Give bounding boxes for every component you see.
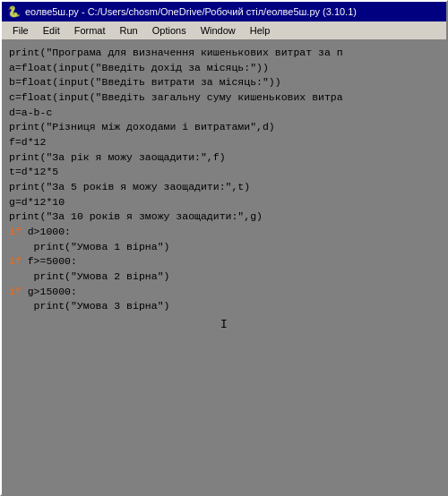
code-line: print("Умова 2 вірна") bbox=[9, 269, 439, 285]
code-line: f=d*12 bbox=[9, 135, 439, 150]
title-bar-text: еолве5ш.py - C:/Users/chosm/OneDrive/Роб… bbox=[25, 6, 441, 17]
code-line: c=float(input("Введіть загальну суму киш… bbox=[9, 90, 439, 106]
code-line: print("За рік я можу заощадити:",f) bbox=[9, 150, 439, 166]
menu-edit[interactable]: Edit bbox=[36, 23, 67, 38]
code-line: b=float(input("Введіть витрати за місяць… bbox=[9, 75, 439, 90]
code-line: if g>15000: bbox=[9, 285, 439, 300]
menu-options[interactable]: Options bbox=[145, 23, 194, 38]
menu-file[interactable]: File bbox=[5, 23, 36, 38]
cursor-area: I bbox=[9, 314, 439, 335]
menu-format[interactable]: Format bbox=[67, 23, 113, 38]
code-line: if f>=5000: bbox=[9, 254, 439, 269]
code-line: print("За 10 років я зможу заощадити:",g… bbox=[9, 210, 439, 225]
code-line: print("Різниця між доходами і витратами"… bbox=[9, 120, 439, 135]
title-bar: 🐍 еолве5ш.py - C:/Users/chosm/OneDrive/Р… bbox=[2, 2, 446, 21]
app-icon: 🐍 bbox=[7, 5, 20, 18]
code-line: g=d*12*10 bbox=[9, 195, 439, 210]
code-line: a=float(input("Введіть дохід за місяць:"… bbox=[9, 61, 439, 76]
code-content: print("Програма для визначення кишеньков… bbox=[9, 46, 439, 314]
main-window: 🐍 еолве5ш.py - C:/Users/chosm/OneDrive/Р… bbox=[0, 0, 448, 496]
code-line: t=d*12*5 bbox=[9, 165, 439, 180]
text-cursor: I bbox=[220, 318, 228, 331]
code-line: print("Умова 1 вірна") bbox=[9, 240, 439, 255]
code-line: d=a-b-c bbox=[9, 106, 439, 121]
code-line: print("За 5 років я можу заощадити:",t) bbox=[9, 180, 439, 195]
menu-window[interactable]: Window bbox=[194, 23, 243, 38]
code-editor[interactable]: print("Програма для визначення кишеньков… bbox=[2, 40, 446, 494]
code-line: print("Програма для визначення кишеньков… bbox=[9, 46, 439, 61]
code-line: if d>1000: bbox=[9, 225, 439, 240]
code-line: print("Умова 3 вірна") bbox=[9, 299, 439, 314]
menu-bar: File Edit Format Run Options Window Help bbox=[2, 21, 446, 40]
menu-run[interactable]: Run bbox=[113, 23, 145, 38]
menu-help[interactable]: Help bbox=[243, 23, 278, 38]
